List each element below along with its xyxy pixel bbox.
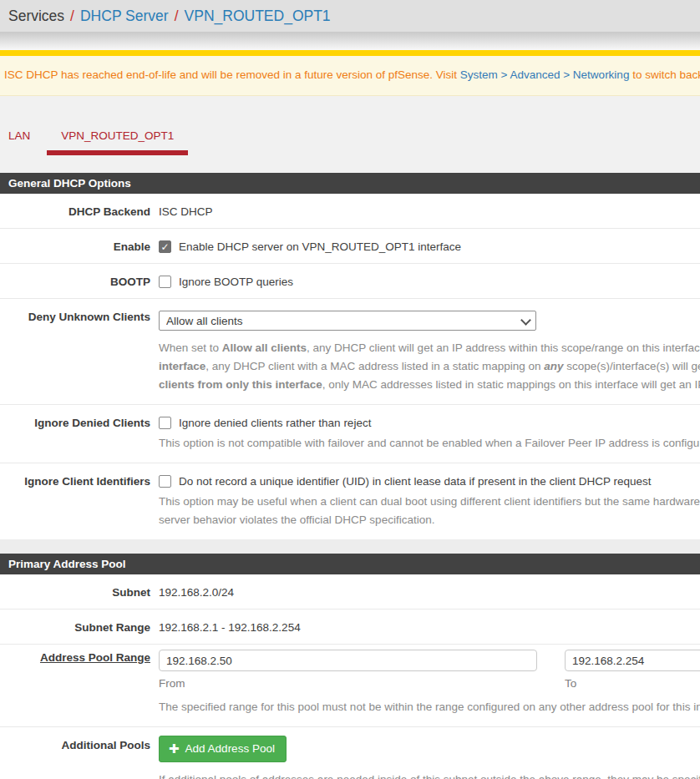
warning-text-before: ISC DHCP has reached end-of-life and wil… [4,68,460,81]
row-ignore-client-identifiers: Ignore Client Identifiers Do not record … [0,463,700,539]
deny-desc-line-3: clients from only this interface, only M… [159,376,700,394]
ignore-bootp-checkbox[interactable] [159,276,171,288]
ignore-cid-desc-line-2: server behavior violates the official DH… [159,511,700,529]
deny-unknown-clients-label: Deny Unknown Clients [0,299,150,404]
subnet-range-label: Subnet Range [0,610,150,644]
breadcrumb-root: Services [8,8,64,24]
address-pool-range-description: The specified range for this pool must n… [159,698,700,716]
ignore-client-identifiers-checkbox-label[interactable]: Do not record a unique identifier (UID) … [179,475,652,488]
warning-text-after: to switch backends. [629,68,700,81]
breadcrumb-separator: / [175,8,179,24]
add-address-pool-button-label: Add Address Pool [185,742,275,755]
pool-from-column: From [159,650,537,690]
breadcrumb-link-interface[interactable]: VPN_ROUTED_OPT1 [185,8,331,24]
ignore-denied-clients-checkbox[interactable] [159,417,171,429]
ignore-client-identifiers-checkbox[interactable] [159,475,171,488]
row-bootp: BOOTP Ignore BOOTP queries [0,264,700,299]
tab-lan[interactable]: LAN [0,124,47,155]
bootp-label: BOOTP [0,264,150,298]
deny-unknown-clients-description: When set to Allow all clients, any DHCP … [159,339,700,394]
eol-warning-banner: ISC DHCP has reached end-of-life and wil… [0,50,700,96]
row-additional-pools: Additional Pools ✚ Add Address Pool If a… [0,727,700,779]
section-gap [0,539,700,554]
pool-range-from-caption: From [159,677,537,690]
pool-to-column: To [565,650,700,690]
additional-pools-label: Additional Pools [0,727,150,779]
tab-strip: LAN VPN_ROUTED_OPT1 [0,96,700,173]
address-pool-range-label: Address Pool Range [40,651,150,664]
row-dhcp-backend: DHCP Backend ISC DHCP [0,194,700,229]
row-address-pool-range: Address Pool Range From To The specified… [0,645,700,727]
enable-label: Enable [0,229,150,263]
ignore-client-identifiers-label: Ignore Client Identifiers [0,463,150,539]
header-shadow [0,32,700,50]
subnet-range-value: 192.168.2.1 - 192.168.2.254 [159,610,700,644]
row-deny-unknown-clients: Deny Unknown Clients Allow all clients W… [0,299,700,405]
row-subnet-range: Subnet Range 192.168.2.1 - 192.168.2.254 [0,610,700,645]
plus-icon: ✚ [169,742,180,755]
pool-range-from-input[interactable] [159,650,537,671]
deny-unknown-clients-select[interactable]: Allow all clients [159,311,536,331]
ignore-denied-clients-description: This option is not compatible with failo… [159,434,700,453]
ignore-cid-desc-line-1: This option may be useful when a client … [159,493,700,511]
row-ignore-denied-clients: Ignore Denied Clients Ignore denied clie… [0,405,700,463]
row-enable: Enable ✓ Enable DHCP server on VPN_ROUTE… [0,229,700,264]
ignore-denied-clients-checkbox-label[interactable]: Ignore denied clients rather than reject [179,417,371,429]
checkmark-icon: ✓ [160,241,169,253]
general-dhcp-options-panel: General DHCP Options DHCP Backend ISC DH… [0,173,700,539]
ignore-bootp-checkbox-label[interactable]: Ignore BOOTP queries [179,276,293,288]
add-address-pool-button[interactable]: ✚ Add Address Pool [159,736,287,762]
enable-dhcp-checkbox-label[interactable]: Enable DHCP server on VPN_ROUTED_OPT1 in… [179,240,461,253]
ignore-client-identifiers-description: This option may be useful when a client … [159,493,700,529]
primary-address-pool-panel: Primary Address Pool Subnet 192.168.2.0/… [0,554,700,779]
warning-settings-link[interactable]: System > Advanced > Networking [460,68,630,81]
section-title-general: General DHCP Options [0,173,700,194]
section-title-primary-address-pool: Primary Address Pool [0,554,700,574]
dhcp-backend-value: ISC DHCP [159,194,700,228]
enable-dhcp-checkbox[interactable]: ✓ [159,240,171,253]
dhcp-backend-label: DHCP Backend [0,194,150,228]
breadcrumb: Services/DHCP Server/VPN_ROUTED_OPT1 [8,8,331,25]
breadcrumb-link-dhcp-server[interactable]: DHCP Server [80,8,169,24]
ignore-denied-clients-label: Ignore Denied Clients [0,405,150,463]
row-subnet: Subnet 192.168.2.0/24 [0,574,700,610]
deny-desc-line-2: interface, any DHCP client with a MAC ad… [159,357,700,376]
breadcrumb-separator: / [70,8,74,24]
subnet-label: Subnet [0,574,150,609]
deny-desc-line-1: When set to Allow all clients, any DHCP … [159,339,700,357]
additional-pools-description: If additional pools of addresses are nee… [159,771,700,779]
breadcrumb-bar: Services/DHCP Server/VPN_ROUTED_OPT1 [0,0,700,32]
tab-vpn-routed-opt1[interactable]: VPN_ROUTED_OPT1 [47,124,188,155]
subnet-value: 192.168.2.0/24 [159,574,700,609]
pool-range-to-input[interactable] [565,650,700,671]
pool-range-to-caption: To [565,677,700,690]
